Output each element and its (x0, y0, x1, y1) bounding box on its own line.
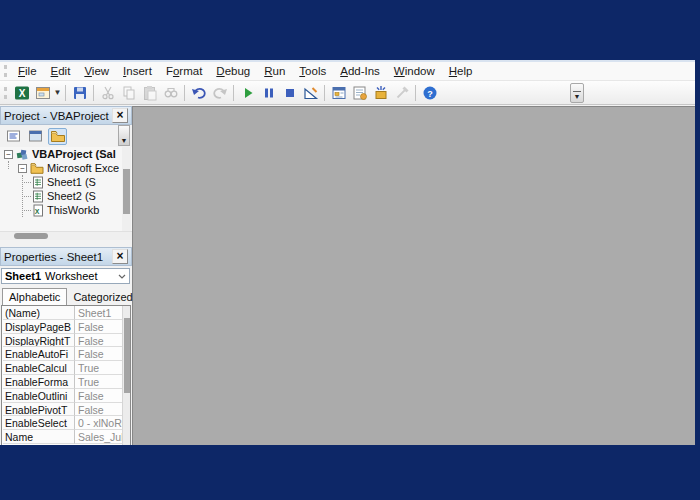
menu-item-debug[interactable]: Debug (209, 63, 257, 79)
menu-item-file[interactable]: File (11, 63, 44, 79)
menu-item-edit[interactable]: Edit (44, 63, 78, 79)
tree-item-microsoft-exce[interactable]: −Microsoft Exce (0, 161, 132, 175)
property-value[interactable]: True (75, 375, 129, 389)
tree-item-vbaproject-sal[interactable]: −VBAProject (Sal (0, 147, 132, 161)
break-button[interactable] (258, 83, 279, 103)
tab-alphabetic[interactable]: Alphabetic (2, 288, 67, 305)
insert-userform-button[interactable] (32, 83, 53, 103)
properties-panel-close-button[interactable]: × (112, 249, 128, 264)
object-selector-dropdown[interactable]: Sheet1 Worksheet (1, 268, 130, 284)
project-tree-horizontal-scrollbar[interactable] (0, 231, 132, 240)
toolbar-separator (324, 85, 325, 101)
view-object-button[interactable] (26, 128, 45, 145)
property-value[interactable]: 0 - xlNoRest (75, 416, 129, 430)
property-row-enableselect[interactable]: EnableSelect0 - xlNoRest (3, 416, 129, 430)
toolbar-grip[interactable] (4, 87, 7, 99)
svg-text:?: ? (427, 88, 433, 98)
tree-item-sheet1-s[interactable]: Sheet1 (S (0, 175, 132, 189)
property-row-enableforma[interactable]: EnableFormaTrue (3, 375, 129, 389)
cut-button (97, 83, 118, 103)
menu-item-tools[interactable]: Tools (292, 63, 333, 79)
view-code-icon (6, 129, 21, 143)
property-row-enablepivott[interactable]: EnablePivotTFalse (3, 403, 129, 417)
menu-item-help[interactable]: Help (442, 63, 480, 79)
project-tree-scroll-thumb[interactable] (123, 169, 130, 214)
property-row-enableoutlini[interactable]: EnableOutliniFalse (3, 389, 129, 403)
run-icon (240, 85, 256, 101)
design-mode-button[interactable] (300, 83, 321, 103)
property-value[interactable]: False (75, 320, 129, 334)
workbook-icon: X (32, 204, 44, 217)
menu-item-addins[interactable]: Add-Ins (333, 63, 387, 79)
property-value[interactable]: False (75, 389, 129, 403)
properties-tabs: AlphabeticCategorized (0, 286, 132, 305)
toolbar-options-button[interactable]: ▼ (570, 83, 584, 103)
toggle-folders-button[interactable] (48, 128, 67, 145)
toolbar-separator (65, 85, 66, 101)
property-value[interactable]: False (75, 403, 129, 417)
property-value[interactable]: True (75, 361, 129, 375)
design-mode-icon (303, 85, 319, 101)
vba-editor-window: FileEditViewInsertFormatDebugRunToolsAdd… (0, 60, 695, 445)
object-browser-icon (373, 85, 389, 101)
project-scroll-down-button[interactable]: ▼ (118, 125, 130, 146)
dock-splitter[interactable] (0, 240, 132, 247)
property-row-enableautofi[interactable]: EnableAutoFiFalse (3, 347, 129, 361)
menu-item-format[interactable]: Format (159, 63, 209, 79)
menu-item-window[interactable]: Window (387, 63, 442, 79)
tree-item-label: Microsoft Exce (47, 162, 119, 174)
view-code-button[interactable] (4, 128, 23, 145)
menu-item-run[interactable]: Run (257, 63, 292, 79)
tree-item-thisworkb[interactable]: XThisWorkb (0, 203, 132, 217)
excel-icon: X (14, 85, 30, 101)
tab-categorized[interactable]: Categorized (67, 289, 138, 305)
project-panel-titlebar[interactable]: Project - VBAProject × (0, 106, 132, 125)
project-explorer-button[interactable] (328, 83, 349, 103)
toolbar-separator (233, 85, 234, 101)
excel-button[interactable]: X (11, 83, 32, 103)
paste-icon (142, 85, 158, 101)
insert-object-dropdown-caret[interactable]: ▼ (53, 88, 62, 97)
property-row-displayrightt[interactable]: DisplayRightTFalse (3, 334, 129, 348)
collapse-expander[interactable]: − (18, 164, 27, 173)
project-panel-close-button[interactable]: × (112, 108, 128, 123)
property-row-name[interactable]: (Name)Sheet1 (3, 306, 129, 320)
help-button[interactable]: ? (419, 83, 440, 103)
properties-grid-vertical-scrollbar[interactable] (122, 306, 130, 445)
insert-userform-icon (35, 85, 51, 101)
properties-panel: Properties - Sheet1 × Sheet1 Worksheet A… (0, 247, 132, 445)
find-icon (163, 85, 179, 101)
properties-panel-titlebar[interactable]: Properties - Sheet1 × (0, 247, 132, 266)
save-icon (72, 85, 88, 101)
properties-panel-title: Properties - Sheet1 (4, 251, 112, 263)
property-row-enablecalcul[interactable]: EnableCalculTrue (3, 361, 129, 375)
mdi-background (132, 106, 695, 445)
property-row-name[interactable]: NameSales_July_ (3, 430, 129, 444)
run-button[interactable] (237, 83, 258, 103)
menu-item-view[interactable]: View (77, 63, 116, 79)
svg-text:X: X (35, 208, 40, 215)
menu-item-insert[interactable]: Insert (116, 63, 159, 79)
toolbar-separator (184, 85, 185, 101)
property-row-displaypageb[interactable]: DisplayPageBFalse (3, 320, 129, 334)
undo-button[interactable] (188, 83, 209, 103)
property-value[interactable]: False (75, 347, 129, 361)
properties-window-button[interactable] (349, 83, 370, 103)
collapse-expander[interactable]: − (4, 150, 13, 159)
property-name: DisplayPageB (3, 320, 75, 334)
properties-grid-scroll-thumb[interactable] (124, 318, 130, 393)
property-value[interactable]: Sales_July_ (75, 430, 129, 444)
menubar-grip[interactable] (4, 65, 7, 77)
reset-button[interactable] (279, 83, 300, 103)
project-tree-vertical-scrollbar[interactable] (122, 147, 131, 231)
save-button[interactable] (69, 83, 90, 103)
object-browser-button[interactable] (370, 83, 391, 103)
properties-grid-rows: (Name)Sheet1DisplayPageBFalseDisplayRigh… (3, 306, 129, 445)
property-value[interactable]: Sheet1 (75, 306, 129, 320)
tree-item-sheet2-s[interactable]: Sheet2 (S (0, 189, 132, 203)
paste-button (139, 83, 160, 103)
property-value[interactable]: False (75, 334, 129, 348)
property-name: EnableAutoFi (3, 347, 75, 361)
project-explorer-icon (331, 85, 347, 101)
project-tree-hscroll-thumb[interactable] (14, 233, 48, 239)
